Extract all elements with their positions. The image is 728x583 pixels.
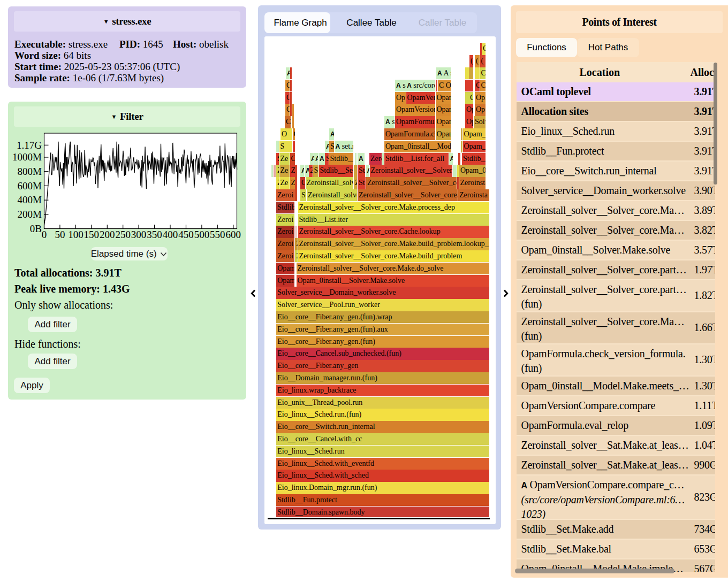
svg-text:200M: 200M bbox=[18, 209, 42, 220]
svg-text:500: 500 bbox=[194, 229, 210, 240]
svg-text:0: 0 bbox=[42, 229, 47, 240]
svg-text:1.17G: 1.17G bbox=[17, 140, 42, 151]
svg-text:400: 400 bbox=[163, 229, 178, 240]
svg-text:100: 100 bbox=[68, 229, 84, 240]
svg-text:600M: 600M bbox=[18, 180, 42, 191]
svg-text:50: 50 bbox=[55, 229, 65, 240]
svg-text:1000M: 1000M bbox=[12, 151, 42, 163]
svg-text:400M: 400M bbox=[18, 194, 42, 205]
svg-text:0B: 0B bbox=[30, 223, 42, 234]
svg-text:550: 550 bbox=[210, 229, 225, 240]
svg-text:300: 300 bbox=[131, 229, 147, 240]
svg-text:350: 350 bbox=[147, 229, 162, 240]
svg-text:600: 600 bbox=[226, 229, 241, 240]
svg-text:800M: 800M bbox=[18, 166, 42, 177]
svg-text:200: 200 bbox=[100, 229, 115, 240]
svg-text:450: 450 bbox=[178, 229, 194, 240]
svg-text:250: 250 bbox=[115, 229, 131, 240]
svg-text:150: 150 bbox=[84, 229, 100, 240]
